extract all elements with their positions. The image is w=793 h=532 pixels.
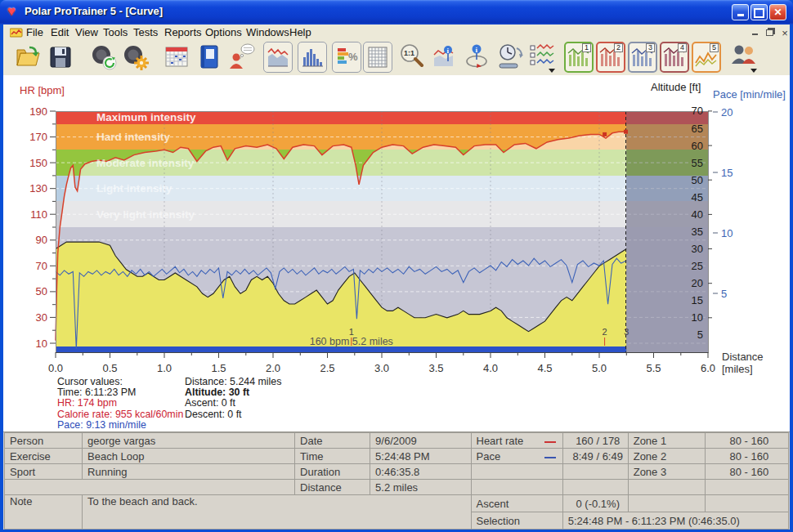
altitude-tick-label: 50 [692,174,703,186]
zone1-label: Zone 1 [628,433,705,449]
empty-cell [471,464,562,480]
heart-rate-value: 160 / 178 [562,433,628,449]
polar-protrainer-window: { "window": { "title": "Polar ProTrainer… [0,0,793,532]
selection-value: 5:24:48 PM - 6:11:23 PM (0:46:35.0) [562,512,788,530]
x-tick-label: 0.0 [48,362,63,374]
pace-legend-dash [544,457,556,458]
x-tick-label: 4.0 [483,362,498,374]
altitude-tick-label: 70 [692,105,703,117]
pace-tick-label: 5 [721,288,727,300]
x-tick-label: 3.0 [374,362,389,374]
x-tick-label: 1.0 [157,362,172,374]
exercise-value: Beach Loop [83,449,295,464]
date-value: 9/6/2009 [370,433,471,449]
hr-tick-label: 90 [36,234,47,246]
hr-axis-title: HR [bpm] [20,84,65,96]
cursor-ascent: Ascent: 0 ft [185,398,281,409]
empty-cell [562,480,628,495]
altitude-tick-label: 15 [692,294,703,306]
zone-label: Very light intensity [96,208,195,221]
altitude-tick-label: 40 [692,208,703,221]
zone-label: Light intensity [96,182,172,194]
chart-annotation: 160 bpm 5.2 miles [310,336,393,347]
hr-point-marker [603,132,607,136]
altitude-axis-title: Altitude [ft] [651,81,701,93]
empty-cell [562,464,628,480]
altitude-tick-label: 10 [692,311,703,324]
exercise-summary-panel: Person george vargas Date 9/6/2009 Heart… [3,431,790,530]
note-label: Note [5,495,83,530]
altitude-tick-label: 35 [692,226,703,238]
empty-cell [705,495,788,512]
pace-label: Pace [477,450,501,463]
altitude-tick-label: 30 [692,243,703,255]
altitude-tick-label: 60 [692,140,703,152]
empty-cell [628,480,705,495]
person-label: Person [5,433,83,449]
empty-cell [471,480,562,495]
cursor-values-block-2: Distance: 5.244 miles Altitude: 30 ft As… [185,377,281,420]
hr-tick-label: 170 [29,131,47,143]
lap-marker: 2 [603,327,607,337]
x-tick-label: 4.5 [537,362,552,374]
hr-tick-label: 150 [29,157,47,169]
x-tick-label: 6.0 [701,362,715,374]
x-tick-label: 5.0 [592,362,607,374]
date-label: Date [295,433,370,449]
cursor-hr: HR: 174 bpm [57,398,183,409]
altitude-tick-label: 65 [692,123,703,135]
sport-label: Sport [5,464,83,480]
pace-tick-label: 10 [721,227,733,239]
altitude-tick-label: 5 [697,329,703,341]
zone-label: Moderate intensity [96,157,195,169]
pace-tick-label: 20 [721,106,733,118]
x-tick-label: 3.5 [428,362,443,374]
time-label: Time [295,449,370,464]
hr-tick-label: 70 [36,260,47,272]
exercise-label: Exercise [5,449,83,464]
distance-label: Distance [295,480,370,495]
zone1-value: 80 - 160 [705,433,788,449]
ascent-label: Ascent [471,495,562,512]
hr-tick-label: 50 [36,285,47,297]
zone3-value: 80 - 160 [705,464,788,480]
session-bar [56,346,626,352]
cursor-values-block: Cursor values: Time: 6:11:23 PM HR: 174 … [57,377,183,431]
zone-label: Hard intensity [96,131,171,143]
hr-tick-label: 190 [29,105,47,118]
hr-tick-label: 30 [36,311,47,324]
altitude-tick-label: 20 [692,277,703,289]
x-tick-label: 0.5 [102,362,117,374]
hr-tick-label: 110 [30,208,47,221]
duration-value: 0:46:35.8 [370,464,471,480]
hr-legend-dash [544,441,556,443]
altitude-tick-label: 25 [692,260,703,272]
x-tick-label: 2.5 [320,362,334,374]
x-tick-label: 5.5 [646,362,661,374]
empty-cell [705,480,788,495]
hr-tick-label: 130 [29,182,47,194]
pace-axis-title: Pace [min/mile] [713,88,786,101]
hr-tick-label: 10 [36,338,47,350]
duration-label: Duration [295,464,370,480]
lap-marker: 3 [624,327,629,337]
distance-value: 5.2 miles [370,480,471,495]
distance-axis-title: Distance [722,351,764,363]
pace-tick-label: 15 [721,167,733,179]
heart-rate-label: Heart rate [477,435,524,447]
cursor-pace: Pace: 9:13 min/mile [57,420,183,431]
zone3-label: Zone 3 [628,464,705,480]
zone2-label: Zone 2 [628,449,705,464]
altitude-tick-label: 45 [692,191,703,203]
time-value: 5:24:48 PM [370,449,471,464]
exercise-summary-table: Person george vargas Date 9/6/2009 Heart… [4,432,789,530]
altitude-tick-label: 55 [692,157,703,169]
person-value: george vargas [83,433,295,449]
cursor-calorie: Calorie rate: 955 kcal/60min [57,409,183,420]
ascent-value: 0 (-0.1%) [562,495,628,512]
distance-axis-unit: [miles] [722,363,753,375]
curve-chart[interactable]: Maximum intensityHard intensityModerate … [0,0,793,431]
x-tick-label: 1.5 [211,362,226,374]
x-tick-label: 2.0 [266,362,280,374]
sport-value: Running [83,464,295,480]
